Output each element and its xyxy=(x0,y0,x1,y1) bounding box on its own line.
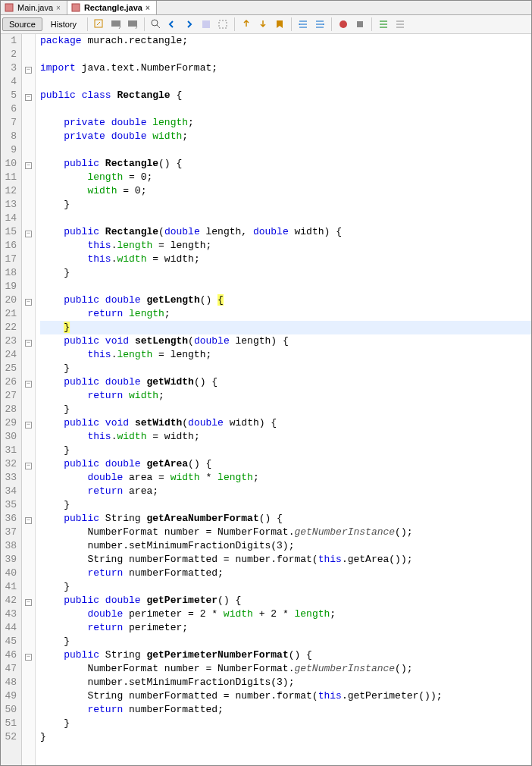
fold-gutter-cell[interactable]: − xyxy=(22,157,35,171)
tab-main-java[interactable]: Main.java × xyxy=(1,1,67,14)
fold-minus-icon[interactable]: − xyxy=(25,340,32,347)
toggle-bookmark-icon[interactable] xyxy=(272,17,287,32)
fold-minus-icon[interactable]: − xyxy=(25,654,32,661)
code-line[interactable]: } xyxy=(40,198,531,212)
code-line[interactable]: length = 0; xyxy=(40,171,531,184)
code-line[interactable]: private double length; xyxy=(40,116,531,130)
code-line[interactable]: import java.text.NumberFormat; xyxy=(40,61,531,75)
code-line[interactable] xyxy=(40,75,531,89)
code-line[interactable]: width = 0; xyxy=(40,184,531,198)
code-line[interactable]: } xyxy=(40,266,531,280)
code-line[interactable]: this.length = length; xyxy=(40,348,531,362)
fold-gutter-cell[interactable]: − xyxy=(22,648,35,662)
fold-gutter-cell[interactable]: − xyxy=(22,512,35,526)
code-line[interactable]: NumberFormat number = NumberFormat.getNu… xyxy=(40,662,531,676)
fold-gutter-cell[interactable]: − xyxy=(22,89,35,102)
fold-minus-icon[interactable]: − xyxy=(25,463,32,469)
code-line[interactable]: public double getLength() { xyxy=(40,294,531,307)
fold-minus-icon[interactable]: − xyxy=(25,162,32,169)
code-line[interactable] xyxy=(40,280,531,294)
code-line[interactable]: public Rectangle() { xyxy=(40,157,531,171)
code-line[interactable]: public void setWidth(double width) { xyxy=(40,416,531,430)
fold-gutter-cell[interactable]: − xyxy=(22,375,35,389)
code-line[interactable]: return width; xyxy=(40,389,531,403)
code-line[interactable]: NumberFormat number = NumberFormat.getNu… xyxy=(40,526,531,539)
fold-gutter-cell[interactable]: − xyxy=(22,416,35,430)
code-line[interactable]: } xyxy=(40,498,531,512)
comment-icon[interactable] xyxy=(376,17,391,32)
code-line[interactable]: double area = width * length; xyxy=(40,471,531,485)
forward-icon[interactable] xyxy=(125,17,140,32)
code-line[interactable]: private double width; xyxy=(40,130,531,143)
history-view-button[interactable]: History xyxy=(44,17,83,31)
code-line[interactable]: String numberFormatted = number.format(t… xyxy=(40,553,531,567)
code-line[interactable]: public double getPerimeter() { xyxy=(40,594,531,607)
stop-macro-icon[interactable] xyxy=(352,17,368,32)
code-line[interactable]: public class Rectangle { xyxy=(40,89,531,102)
code-line[interactable]: } xyxy=(40,403,531,416)
close-icon[interactable]: × xyxy=(146,4,150,12)
shift-right-icon[interactable] xyxy=(312,17,327,32)
code-line[interactable]: public void setLength(double length) { xyxy=(40,334,531,348)
close-icon[interactable]: × xyxy=(56,4,61,12)
code-line[interactable]: return length; xyxy=(40,307,531,321)
code-line[interactable]: public double getWidth() { xyxy=(40,375,531,389)
code-line[interactable]: number.setMinimumFractionDigits(3); xyxy=(40,539,531,553)
fold-minus-icon[interactable]: − xyxy=(25,231,32,237)
code-line[interactable]: public String getAreaNumberFormat() { xyxy=(40,512,531,526)
find-previous-icon[interactable] xyxy=(165,17,180,32)
fold-minus-icon[interactable]: − xyxy=(25,381,32,388)
code-line[interactable]: public Rectangle(double length, double w… xyxy=(40,225,531,239)
code-line[interactable]: } xyxy=(40,444,531,457)
code-line[interactable]: return numberFormatted; xyxy=(40,567,531,580)
code-line[interactable]: } xyxy=(40,635,531,648)
code-line[interactable]: this.width = width; xyxy=(40,253,531,266)
code-line[interactable]: package murach.rectangle; xyxy=(40,34,531,48)
code-line[interactable] xyxy=(40,212,531,225)
code-line[interactable]: this.width = width; xyxy=(40,430,531,444)
code-line[interactable]: public double getArea() { xyxy=(40,457,531,471)
find-selection-icon[interactable] xyxy=(149,17,164,32)
toggle-highlight-icon[interactable] xyxy=(199,17,214,32)
fold-gutter-cell[interactable]: − xyxy=(22,61,35,75)
code-line[interactable] xyxy=(40,143,531,157)
code-line[interactable]: public String getPerimeterNumberFormat()… xyxy=(40,648,531,662)
tab-rectangle-java[interactable]: Rectangle.java × xyxy=(67,1,157,14)
back-icon[interactable] xyxy=(108,17,124,32)
fold-minus-icon[interactable]: − xyxy=(25,517,32,524)
fold-gutter-cell[interactable]: − xyxy=(22,594,35,607)
code-line[interactable]: number.setMinimumFractionDigits(3); xyxy=(40,676,531,689)
code-line[interactable] xyxy=(40,48,531,61)
source-view-button[interactable]: Source xyxy=(2,17,42,31)
code-editor[interactable]: 1234567891011121314151617181920212223242… xyxy=(1,34,531,765)
find-next-icon[interactable] xyxy=(182,17,197,32)
code-line[interactable]: } xyxy=(40,580,531,594)
code-line[interactable] xyxy=(40,102,531,116)
fold-minus-icon[interactable]: − xyxy=(25,299,32,306)
shift-left-icon[interactable] xyxy=(296,17,311,32)
uncomment-icon[interactable] xyxy=(393,17,408,32)
code-line[interactable]: return numberFormatted; xyxy=(40,703,531,717)
last-edit-icon[interactable] xyxy=(92,17,107,32)
fold-gutter-cell[interactable]: − xyxy=(22,457,35,471)
code-line[interactable]: this.length = length; xyxy=(40,239,531,253)
code-line[interactable]: String numberFormatted = number.format(t… xyxy=(40,689,531,703)
code-line[interactable]: } xyxy=(40,717,531,730)
code-line[interactable]: } xyxy=(40,730,531,744)
fold-minus-icon[interactable]: − xyxy=(25,94,32,101)
fold-minus-icon[interactable]: − xyxy=(25,67,32,74)
fold-gutter-cell[interactable]: − xyxy=(22,225,35,239)
fold-gutter-cell[interactable]: − xyxy=(22,294,35,307)
fold-gutter-cell[interactable]: − xyxy=(22,334,35,348)
fold-minus-icon[interactable]: − xyxy=(25,599,32,606)
code-line[interactable]: } xyxy=(40,321,531,334)
previous-bookmark-icon[interactable] xyxy=(239,17,254,32)
code-line[interactable]: } xyxy=(40,362,531,375)
code-area[interactable]: package murach.rectangle;import java.tex… xyxy=(36,34,531,765)
code-line[interactable]: return perimeter; xyxy=(40,621,531,635)
code-line[interactable]: double perimeter = 2 * width + 2 * lengt… xyxy=(40,607,531,621)
start-macro-icon[interactable] xyxy=(336,17,351,32)
code-line[interactable]: return area; xyxy=(40,485,531,498)
next-bookmark-icon[interactable] xyxy=(255,17,271,32)
toggle-rectangular-icon[interactable] xyxy=(215,17,230,32)
